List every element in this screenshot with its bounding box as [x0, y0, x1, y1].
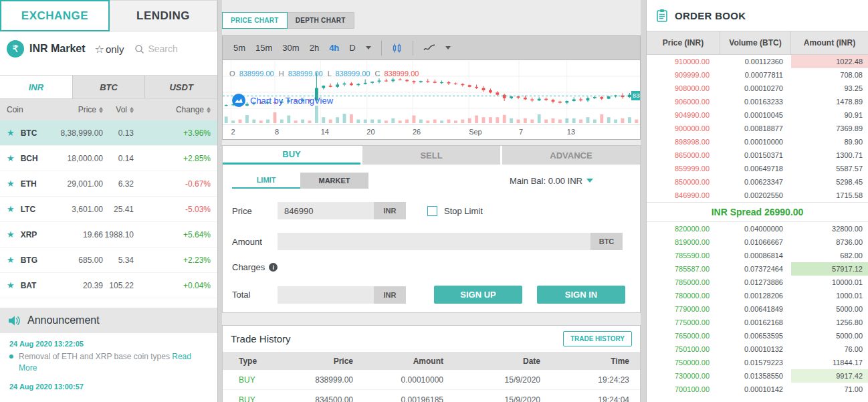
- interval-5m[interactable]: 5m: [233, 43, 245, 53]
- interval-15m[interactable]: 15m: [255, 43, 272, 53]
- orderbook-row-sell[interactable]: 900000.000.008188777369.89: [647, 122, 868, 135]
- header-vol[interactable]: Vol: [103, 105, 134, 114]
- orderbook-row-sell[interactable]: 906000.000.001632331478.89: [647, 95, 868, 108]
- coin-symbol: LTC: [21, 205, 35, 214]
- tab-price-chart[interactable]: PRICE CHART: [222, 12, 288, 29]
- tab-lending[interactable]: LENDING: [110, 0, 217, 31]
- favorites-only-star-icon[interactable]: ☆: [95, 43, 104, 56]
- coin-row[interactable]: ★LTC3,601.0025.41-5.03%: [0, 197, 217, 222]
- coin-row[interactable]: ★BTC8,38,999.000.13+3.96%: [0, 120, 217, 146]
- orderbook-row-buy[interactable]: 730000.000.013585509917.42: [647, 369, 868, 383]
- tab-advance[interactable]: ADVANCE: [502, 146, 640, 165]
- orderbook-row-buy[interactable]: 765000.000.006535955000.00: [647, 329, 868, 342]
- favorite-star-icon[interactable]: ★: [7, 255, 15, 265]
- coin-volume: 5.34: [103, 256, 134, 265]
- announcement-title: Announcement: [27, 314, 100, 326]
- orderbook-row-buy[interactable]: 785590.000.00086814682.00: [647, 249, 868, 262]
- order-price: 750100.00: [647, 345, 720, 353]
- tab-market[interactable]: MARKET: [300, 173, 368, 189]
- interval-4h[interactable]: 4h: [329, 43, 339, 53]
- coin-row[interactable]: ★ETH29,001.006.32-0.67%: [0, 171, 217, 197]
- sign-up-button[interactable]: SIGN UP: [434, 286, 522, 304]
- ohlc-readout: O 838999.00H 838999.00L 838999.00C 83899…: [229, 70, 423, 78]
- coin-row[interactable]: ★BTG685.005.34+2.23%: [0, 247, 217, 273]
- orderbook-row-sell[interactable]: 910000.000.001123601022.48: [647, 55, 868, 68]
- favorite-star-icon[interactable]: ★: [7, 280, 15, 290]
- sort-icon[interactable]: [207, 107, 211, 113]
- favorite-star-icon[interactable]: ★: [7, 179, 15, 189]
- info-icon[interactable]: i: [269, 263, 278, 272]
- header-coin[interactable]: Coin: [0, 105, 52, 114]
- amount-input[interactable]: [278, 233, 590, 250]
- orderbook-row-buy[interactable]: 750000.000.0157922311844.17: [647, 356, 868, 369]
- trade-history-button[interactable]: TRADE HISTORY: [563, 331, 632, 346]
- chart-x-axis[interactable]: 28142026Sep713: [223, 124, 640, 139]
- tab-limit[interactable]: LIMIT: [232, 173, 300, 189]
- header-change[interactable]: Change: [134, 105, 217, 114]
- coin-row[interactable]: ★BAT20.39105.22+0.04%: [0, 273, 217, 298]
- orderbook-row-sell[interactable]: 909999.000.00077811708.08: [647, 68, 868, 82]
- order-price: 865000.00: [647, 151, 720, 159]
- buy-orders: 820000.000.0400000032800.00819000.000.01…: [647, 222, 868, 396]
- balance-dropdown-icon[interactable]: [586, 179, 593, 183]
- orderbook-row-sell[interactable]: 859999.000.006497185587.57: [647, 162, 868, 175]
- order-volume: 0.00649718: [720, 165, 791, 173]
- orderbook-row-sell[interactable]: 846990.000.002025501715.58: [647, 189, 868, 202]
- sign-in-button[interactable]: SIGN IN: [537, 286, 625, 304]
- tab-depth-chart[interactable]: DEPTH CHART: [288, 12, 354, 29]
- stop-limit-group: Stop Limit: [427, 206, 483, 216]
- header-price[interactable]: Price: [52, 105, 103, 114]
- order-amount: 5298.45: [791, 175, 868, 189]
- tradingview-attribution[interactable]: Chart by TradingView: [232, 94, 333, 107]
- price-input[interactable]: [278, 202, 374, 219]
- orderbook-row-sell[interactable]: 865000.000.001503711300.71: [647, 148, 868, 162]
- chart-canvas[interactable]: O 838999.00H 838999.00L 838999.00C 83899…: [223, 60, 640, 124]
- total-input[interactable]: [278, 286, 374, 304]
- orderbook-row-buy[interactable]: 750100.000.0001013276.00: [647, 342, 868, 356]
- favorite-star-icon[interactable]: ★: [7, 128, 15, 138]
- favorite-star-icon[interactable]: ★: [7, 204, 15, 214]
- orderbook-row-buy[interactable]: 819000.000.010666678736.00: [647, 235, 868, 249]
- search-input[interactable]: [148, 43, 208, 54]
- orderbook-row-buy[interactable]: 820000.000.0400000032800.00: [647, 222, 868, 235]
- orderbook-row-buy[interactable]: 700100.000.0001014271.00: [647, 383, 868, 396]
- tab-buy[interactable]: BUY: [223, 146, 360, 165]
- interval-2h[interactable]: 2h: [310, 43, 319, 53]
- orderbook-row-buy[interactable]: 775000.000.001621681256.80: [647, 316, 868, 329]
- orderbook-row-buy[interactable]: 785587.000.0737246457917.12: [647, 262, 868, 276]
- orderbook-row-buy[interactable]: 785000.000.0127388610000.01: [647, 276, 868, 289]
- orderbook-row-buy[interactable]: 780000.000.001282061000.01: [647, 289, 868, 302]
- coin-change: +2.85%: [134, 154, 217, 163]
- stop-limit-checkbox[interactable]: [427, 206, 437, 216]
- charges-label: Charges: [232, 262, 265, 272]
- chevron-down-icon[interactable]: [445, 46, 451, 49]
- orderbook-row-sell[interactable]: 898998.000.0001000089.90: [647, 135, 868, 148]
- orderbook-row-sell[interactable]: 904990.000.0001004590.91: [647, 108, 868, 122]
- tab-sell[interactable]: SELL: [362, 146, 500, 165]
- order-price: 785000.00: [647, 278, 720, 286]
- favorite-star-icon[interactable]: ★: [7, 153, 15, 163]
- coin-row[interactable]: ★XRP19.661988.10+5.64%: [0, 222, 217, 247]
- only-label[interactable]: only: [106, 43, 124, 55]
- candlestick-style-icon[interactable]: [392, 43, 403, 54]
- tab-usdt[interactable]: USDT: [145, 76, 217, 98]
- interval-30m[interactable]: 30m: [282, 43, 299, 53]
- announcement-date: 24 Aug 2020 13:22:05: [9, 340, 208, 348]
- tab-btc[interactable]: BTC: [73, 76, 146, 98]
- orderbook-row-sell[interactable]: 850000.000.006233475298.45: [647, 175, 868, 189]
- chevron-down-icon[interactable]: [366, 46, 371, 49]
- coin-row[interactable]: ★BCH18,000.000.14+2.85%: [0, 146, 217, 171]
- interval-D[interactable]: D: [349, 43, 355, 53]
- orderbook-row-buy[interactable]: 779000.000.006418495000.00: [647, 302, 868, 316]
- tab-inr[interactable]: INR: [0, 76, 73, 98]
- market-sidebar: EXCHANGE LENDING ₹ INR Market ☆ only INR…: [0, 0, 218, 402]
- favorite-star-icon[interactable]: ★: [7, 229, 15, 239]
- read-more-link[interactable]: Read More: [19, 352, 191, 373]
- tab-exchange[interactable]: EXCHANGE: [0, 0, 110, 31]
- order-price: 850000.00: [647, 178, 720, 186]
- order-volume: 0.00653595: [720, 332, 791, 340]
- trading-panel: PRICE CHART DEPTH CHART 5m15m30m2h4hD O …: [222, 0, 641, 402]
- orderbook-row-sell[interactable]: 908000.000.0001027093.25: [647, 82, 868, 95]
- order-amount: 9917.42: [791, 369, 868, 383]
- line-style-icon[interactable]: [423, 43, 435, 53]
